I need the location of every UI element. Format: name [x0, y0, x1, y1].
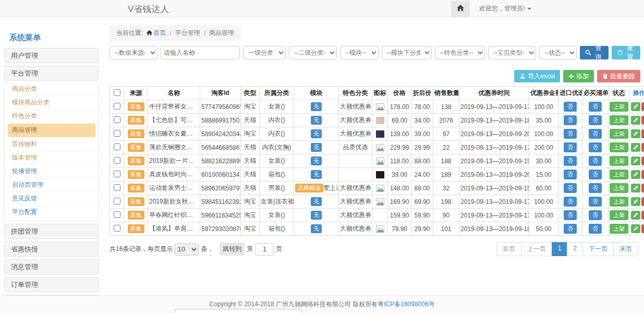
sidebar-group-订单管理[interactable]: 订单管理 [4, 277, 99, 292]
jump-page-input[interactable] [255, 243, 274, 256]
status-on-shelf-button[interactable]: 上架 [610, 115, 628, 125]
pager-button-1[interactable]: 1 [552, 242, 568, 256]
sidebar-group-拼团管理[interactable]: 拼团管理 [4, 224, 99, 239]
reset-button[interactable]: 重置 [612, 46, 640, 59]
edit-button[interactable] [631, 197, 640, 206]
must-buy-toggle[interactable]: 否 [589, 156, 602, 166]
row-checkbox[interactable] [114, 225, 120, 232]
select-all-checkbox[interactable] [114, 89, 120, 96]
sidebar-item-意见反馈[interactable]: 意见反馈 [5, 192, 99, 206]
sidebar-group-平台管理[interactable]: 平台管理 [4, 66, 99, 81]
sidebar-item-商品分类[interactable]: 商品分类 [5, 82, 99, 96]
must-buy-toggle[interactable]: 否 [589, 183, 602, 193]
status-select[interactable]: --状态-- [539, 46, 577, 59]
import-select-toggle[interactable]: 否 [564, 170, 577, 179]
status-on-shelf-button[interactable]: 上架 [610, 142, 628, 152]
must-buy-toggle[interactable]: 否 [589, 129, 602, 139]
jump-button[interactable]: 跳转到 [220, 243, 245, 256]
must-buy-toggle[interactable]: 否 [589, 170, 602, 179]
edit-button[interactable] [631, 116, 640, 125]
delete-button[interactable] [641, 197, 644, 206]
module-subcategory-select[interactable]: --模块下分类-- [382, 46, 432, 59]
delete-button[interactable] [641, 224, 644, 233]
status-on-shelf-button[interactable]: 上架 [610, 197, 628, 207]
status-on-shelf-button[interactable]: 上架 [610, 102, 628, 112]
edit-button[interactable] [631, 224, 640, 233]
search-button[interactable]: 查询 [580, 46, 609, 59]
import-select-toggle[interactable]: 否 [564, 156, 577, 166]
sidebar-item-版本管理[interactable]: 版本管理 [5, 151, 99, 165]
row-checkbox[interactable] [114, 198, 120, 204]
edit-button[interactable] [631, 143, 640, 152]
delete-button[interactable] [641, 211, 644, 220]
import-select-toggle[interactable]: 否 [564, 129, 577, 139]
edit-button[interactable] [631, 170, 640, 179]
delete-button[interactable] [641, 102, 644, 111]
pager-button-末页[interactable]: 末页 [613, 242, 638, 256]
row-checkbox[interactable] [114, 211, 120, 218]
must-buy-toggle[interactable]: 否 [589, 102, 602, 112]
status-on-shelf-button[interactable]: 上架 [610, 210, 628, 220]
row-checkbox[interactable] [114, 116, 120, 123]
edit-button[interactable] [631, 184, 640, 192]
sidebar-item-平台配置[interactable]: 平台配置 [5, 206, 99, 219]
row-checkbox[interactable] [114, 184, 120, 191]
import-select-toggle[interactable]: 否 [564, 142, 577, 152]
row-checkbox[interactable] [114, 103, 120, 110]
import-select-toggle[interactable]: 否 [564, 197, 577, 207]
user-menu[interactable]: 欢迎您，管理员! [479, 4, 531, 13]
sidebar-item-轮播管理[interactable]: 轮播管理 [5, 165, 99, 178]
sidebar-group-用户管理[interactable]: 用户管理 [4, 48, 99, 63]
sidebar-item-宣传物料[interactable]: 宣传物料 [5, 138, 99, 151]
import-select-toggle[interactable]: 否 [564, 224, 577, 234]
row-checkbox[interactable] [114, 143, 120, 150]
feature-category-select[interactable]: --特色分类-- [435, 46, 485, 59]
row-checkbox[interactable] [114, 157, 120, 164]
row-checkbox[interactable] [114, 130, 120, 137]
sidebar-item-模块商品分类[interactable]: 模块商品分类 [5, 96, 99, 110]
edit-button[interactable] [631, 129, 640, 138]
sidebar-item-启动页管理[interactable]: 启动页管理 [5, 178, 99, 192]
import-select-toggle[interactable]: 否 [564, 183, 577, 193]
batch-delete-button[interactable]: 批量删除 [597, 70, 640, 82]
must-buy-toggle[interactable]: 否 [589, 142, 602, 152]
delete-button[interactable] [641, 170, 644, 179]
item-type-select[interactable]: --宝贝类型-- [488, 46, 536, 59]
must-buy-toggle[interactable]: 否 [589, 197, 602, 207]
edit-button[interactable] [631, 156, 640, 165]
icp-link[interactable]: 粤ICP备16098006号 [378, 300, 434, 308]
level2-category-select[interactable]: --二级分类-- [289, 46, 337, 59]
breadcrumb-home-link[interactable]: 首页 [147, 29, 166, 38]
breadcrumb-item-platform[interactable]: 平台管理 [175, 29, 200, 38]
delete-button[interactable] [641, 156, 644, 165]
sidebar-group-消息管理[interactable]: 消息管理 [4, 259, 99, 274]
row-checkbox[interactable] [114, 171, 120, 177]
must-buy-toggle[interactable]: 否 [589, 210, 602, 220]
status-on-shelf-button[interactable]: 上架 [610, 170, 628, 179]
import-excel-button[interactable]: 导入excel [514, 70, 560, 82]
sidebar-item-商品管理[interactable]: 商品管理 [8, 124, 95, 137]
pager-button-下一页[interactable]: 下一页 [582, 242, 614, 256]
status-on-shelf-button[interactable]: 上架 [610, 224, 628, 234]
pager-button-2[interactable]: 2 [567, 242, 583, 256]
status-on-shelf-button[interactable]: 上架 [610, 183, 628, 193]
import-select-toggle[interactable]: 否 [564, 210, 577, 220]
delete-button[interactable] [641, 143, 644, 152]
home-button[interactable] [451, 1, 470, 17]
import-select-toggle[interactable]: 否 [564, 102, 577, 112]
name-input[interactable] [161, 46, 240, 59]
sidebar-group-省惠快报[interactable]: 省惠快报 [4, 242, 99, 257]
edit-button[interactable] [631, 211, 640, 220]
sidebar-item-特色分类[interactable]: 特色分类 [5, 110, 99, 123]
delete-button[interactable] [641, 116, 644, 125]
level1-category-select[interactable]: 一级分类 [243, 46, 286, 59]
must-buy-toggle[interactable]: 否 [589, 224, 602, 234]
edit-button[interactable] [631, 102, 640, 111]
per-page-select[interactable]: 10 [175, 243, 199, 256]
must-buy-toggle[interactable]: 否 [589, 115, 602, 125]
import-select-toggle[interactable]: 否 [564, 115, 577, 125]
data-source-select[interactable]: --数据来源-- [110, 46, 157, 59]
add-button[interactable]: 添加 [563, 70, 594, 82]
delete-button[interactable] [641, 129, 644, 138]
module-select[interactable]: --模块-- [340, 46, 378, 59]
